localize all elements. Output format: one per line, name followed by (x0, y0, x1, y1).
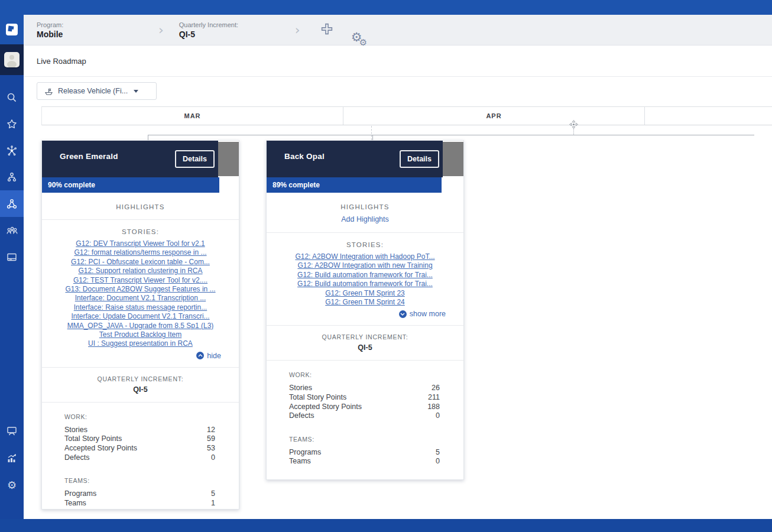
sidebar-item-settings[interactable]: ⚙ (0, 472, 24, 499)
page-title: Live Roadmap (37, 57, 86, 66)
release-vehicle-filter-dropdown[interactable]: Release Vehicle (Fi... (37, 82, 157, 100)
story-link[interactable]: MMA_OPS_JAVA - Upgrade from 8.5 Sp1 (L3) (42, 322, 239, 330)
story-link[interactable]: Test Product Backlog Item (42, 330, 239, 339)
story-link[interactable]: G12: Green TM Sprint 24 (267, 298, 463, 307)
progress-fill: 89% complete (267, 177, 442, 193)
stat-label: Defects (289, 411, 314, 421)
card-title: Back Opal (284, 152, 325, 161)
work-section: WORK: Stories 12 Total Story Points 59 A… (42, 403, 239, 508)
story-link[interactable]: G12: Build automation framework for Trai… (267, 280, 463, 288)
search-icon (6, 92, 18, 103)
show-more-link[interactable]: show more (410, 310, 446, 318)
qi-heading: QUARTERLY INCREMENT: (42, 375, 239, 382)
add-highlights-link[interactable]: Add Highlights (267, 215, 463, 223)
jira-align-logo[interactable] (0, 15, 24, 44)
stat-value: 0 (436, 411, 440, 421)
progress-bar: 89% complete (267, 177, 463, 193)
qi-value: QI-5 (267, 343, 463, 352)
stories-section: STORIES: G12: DEV Transcript Viewer Tool… (42, 220, 239, 367)
qi-value: QI-5 (179, 30, 274, 39)
sidebar-item-board[interactable] (0, 244, 24, 270)
sidebar-item-people[interactable] (0, 217, 24, 244)
hide-toggle[interactable]: hide (42, 349, 239, 365)
story-link[interactable]: G12: Build automation framework for Trai… (267, 271, 463, 280)
sidebar-item-analytics[interactable] (0, 445, 24, 472)
story-link[interactable]: G12: A2BOW Integration with new Training (267, 261, 463, 270)
gantt-span-line (148, 135, 754, 135)
expand-down-icon (399, 310, 407, 318)
show-more-toggle[interactable]: show more (267, 307, 463, 323)
caret-down-icon (134, 90, 138, 93)
stat-value: 5 (436, 448, 440, 458)
progress-text: 89% complete (273, 181, 320, 189)
details-button[interactable]: Details (175, 150, 215, 168)
stat-row: Total Story Points 211 (289, 393, 440, 403)
quarterly-increment-section: QUARTERLY INCREMENT: QI-5 (267, 326, 463, 360)
story-link[interactable]: G12: PCI - Obfuscate Lexicon table - Com… (42, 258, 239, 267)
stat-value: 0 (211, 453, 215, 463)
quarterly-increment-selector[interactable]: Quarterly Increment: QI-5 (179, 21, 274, 39)
filter-label: Release Vehicle (Fi... (58, 87, 128, 95)
story-link[interactable]: Interface: Raise status message reportin… (42, 303, 239, 312)
highlights-section: HIGHLIGHTS Add Highlights (267, 193, 463, 232)
story-link[interactable]: G12: TEST Transcript Viewer Tool for v2.… (42, 276, 239, 285)
story-link[interactable]: G12: DEV Transcript Viewer Tool for v2.1 (42, 239, 239, 248)
story-link[interactable]: G12: Green TM Sprint 23 (267, 289, 463, 298)
analytics-icon (6, 452, 18, 464)
sidebar-item-hierarchy[interactable] (0, 164, 24, 190)
stat-label: Stories (64, 426, 87, 435)
collapse-up-icon (196, 352, 204, 359)
org-chart-icon (6, 198, 18, 210)
month-column: APR (343, 107, 645, 125)
sidebar-item-search[interactable] (0, 84, 24, 111)
story-link[interactable]: G12: format relations/terms response in … (42, 248, 239, 257)
chevron-right-icon: › (295, 24, 300, 37)
stat-label: Programs (64, 489, 96, 499)
stat-label: Teams (289, 457, 311, 466)
board-icon (6, 251, 18, 263)
program-value: Mobile (37, 30, 137, 39)
stat-value: 53 (207, 444, 215, 453)
progress-text: 90% complete (48, 181, 95, 189)
release-vehicle-icon (44, 87, 53, 96)
card-header: Green Emerald Details (42, 141, 239, 177)
page-header: Live Roadmap (24, 46, 772, 77)
sidebar-item-org-chart[interactable] (0, 190, 24, 217)
sidebar-item-network[interactable] (0, 137, 24, 164)
timeline-marker-icon[interactable] (569, 119, 579, 129)
avatar[interactable] (4, 52, 20, 67)
story-link[interactable]: G12: A2BOW Integration with Hadoop PoT..… (267, 252, 463, 261)
context-bar: Program: Mobile › Quarterly Increment: Q… (24, 15, 772, 46)
work-heading: WORK: (289, 371, 440, 378)
sidebar-item-favorites[interactable] (0, 111, 24, 137)
gantt-overflow-block (218, 142, 239, 176)
add-button[interactable] (320, 20, 333, 40)
stat-row: Total Story Points 59 (64, 434, 215, 444)
stat-row: Defects 0 (289, 411, 440, 421)
work-heading: WORK: (64, 413, 215, 420)
stat-value: 0 (436, 457, 440, 466)
people-icon (6, 225, 18, 236)
network-icon (6, 145, 18, 157)
program-selector[interactable]: Program: Mobile (37, 21, 137, 39)
details-button[interactable]: Details (400, 150, 439, 168)
story-link[interactable]: G12: Support relation clustering in RCA (42, 267, 239, 275)
stat-label: Accepted Story Points (289, 403, 362, 412)
story-link[interactable]: Interface: Document V2.1 Transcription .… (42, 294, 239, 303)
stat-row: Programs 5 (289, 448, 440, 458)
story-link[interactable]: Interface: Update Document V2.1 Transcri… (42, 312, 239, 321)
progress-fill: 90% complete (42, 177, 219, 193)
window-frame-bottom (0, 519, 772, 532)
program-label: Program: (37, 21, 137, 28)
stat-value: 26 (432, 384, 440, 393)
sidebar-item-presentation[interactable] (0, 417, 24, 445)
stat-row: Defects 0 (64, 453, 215, 463)
card-header: Back Opal Details (267, 141, 463, 177)
stat-value: 59 (207, 434, 215, 444)
story-link[interactable]: G13: Document A2BOW Suggest Features in … (42, 285, 239, 294)
hide-link[interactable]: hide (207, 352, 221, 360)
stat-label: Stories (289, 384, 312, 393)
story-link[interactable]: UI : Suggest presentation in RCA (42, 339, 239, 348)
chevron-right-icon: › (158, 24, 164, 37)
stat-row: Accepted Story Points 188 (289, 403, 440, 412)
